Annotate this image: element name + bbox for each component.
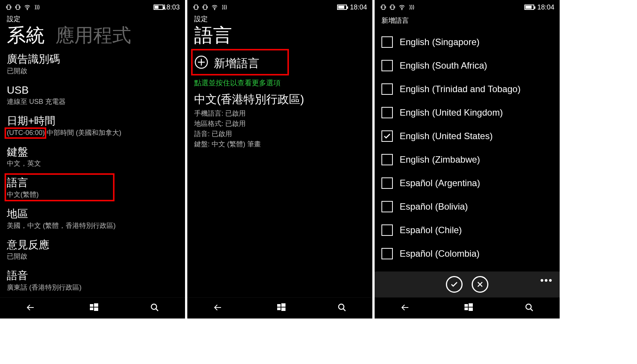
checkbox[interactable] [381,83,393,95]
svg-point-10 [214,9,215,10]
more-icon[interactable]: ••• [540,275,553,286]
svg-point-2 [27,9,28,10]
wifi-icon [398,4,406,11]
vibrate-icon [14,4,21,11]
svg-rect-12 [277,304,281,307]
item-speech[interactable]: 語音 廣東話 (香港特別行政區) [7,269,178,292]
tab-system[interactable]: 系統 [7,25,45,46]
wifi-icon [211,4,218,11]
start-icon[interactable] [464,303,474,314]
language-label: English (United States) [400,131,493,141]
svg-rect-15 [281,308,286,311]
svg-point-24 [526,304,531,309]
pivot-tabs: 系統 應用程式 [7,25,178,46]
plus-circle-icon [194,55,209,72]
checkbox[interactable] [381,130,393,142]
search-icon[interactable] [524,303,534,314]
language-option[interactable]: Español (Argentina) [381,171,553,195]
search-icon[interactable] [150,303,160,314]
status-bar: 18:04 [187,0,372,13]
svg-rect-18 [391,5,394,9]
checkbox[interactable] [381,154,393,165]
start-icon[interactable] [89,303,99,314]
svg-rect-14 [277,308,281,310]
screen-settings-system: 18:03 設定 系統 應用程式 廣告識別碼 已開啟 USB 連線至 USB 充… [0,0,185,318]
language-label: English (Trinidad and Tobago) [400,84,521,94]
language-option[interactable]: English (South Africa) [381,54,553,77]
nfc-icon [408,4,415,11]
language-option[interactable]: Español (Chile) [381,218,553,242]
checkbox[interactable] [381,36,393,48]
svg-rect-23 [469,308,473,311]
language-label: Español (Bolivia) [400,201,468,212]
svg-rect-6 [94,308,98,311]
language-option[interactable]: English (Trinidad and Tobago) [381,77,553,101]
item-ad-id[interactable]: 廣告識別碼 已開啟 [7,53,178,75]
cancel-button[interactable] [472,276,488,293]
vibrate-icon [202,4,209,11]
language-label: English (South Africa) [400,60,487,71]
vibrate-icon [193,4,199,11]
status-bar: 18:04 [375,0,560,13]
confirm-button[interactable] [446,276,463,293]
svg-rect-13 [281,303,286,307]
screen-add-language: 18:04 新增語言 English (Singapore)English (S… [375,0,560,318]
svg-point-19 [402,9,402,10]
language-option[interactable]: Español (Bolivia) [381,195,553,218]
battery-icon [524,5,534,10]
checkbox[interactable] [381,177,393,189]
add-language-button[interactable]: 新增語言 [194,53,366,76]
nav-bar [375,297,560,318]
current-language-details: 手機語言: 已啟用 地區格式: 已啟用 語音: 已啟用 鍵盤: 中文 (繁體) … [194,108,366,149]
checkbox[interactable] [381,248,393,259]
nfc-icon [221,4,228,11]
svg-point-7 [151,304,157,309]
item-region[interactable]: 地區 美國，中文 (繁體，香港特別行政區) [7,207,178,230]
start-icon[interactable] [276,303,286,314]
item-datetime[interactable]: 日期+時間 (UTC-06:00) 中部時間 (美國和加拿大) [7,115,178,137]
current-language[interactable]: 中文(香港特別行政區) 手機語言: 已啟用 地區格式: 已啟用 語音: 已啟用 … [194,93,366,149]
item-keyboard[interactable]: 鍵盤 中文，英文 [7,146,178,168]
back-icon[interactable] [25,303,38,314]
svg-rect-22 [464,308,468,310]
status-bar: 18:03 [0,0,185,13]
item-language[interactable]: 語言 中文(繁體) [7,176,178,199]
language-label: English (United Kingdom) [400,107,503,118]
vibrate-icon [389,4,396,11]
page-title: 語言 [194,25,366,46]
wifi-icon [24,4,31,11]
checkbox[interactable] [381,224,393,236]
svg-point-16 [339,304,344,309]
vibrate-icon [380,4,387,11]
svg-rect-17 [382,5,385,9]
search-icon[interactable] [337,303,347,314]
item-feedback[interactable]: 意見反應 已開啟 [7,238,178,261]
language-option[interactable]: English (Zimbabwe) [381,148,553,171]
svg-rect-0 [7,5,10,9]
svg-rect-9 [204,5,207,9]
clock: 18:04 [537,3,554,11]
language-label: English (Zimbabwe) [400,154,480,165]
svg-rect-21 [469,303,473,307]
battery-charging-icon [154,5,160,10]
back-icon[interactable] [213,303,226,314]
back-icon[interactable] [400,303,413,314]
svg-rect-5 [90,308,93,310]
language-option[interactable]: English (United Kingdom) [381,101,553,124]
language-option[interactable]: English (Singapore) [381,30,553,54]
language-option[interactable]: English (United States) [381,124,553,148]
language-label: Español (Argentina) [400,178,480,188]
language-label: English (Singapore) [400,37,480,47]
checkbox[interactable] [381,107,393,118]
nfc-icon [33,4,40,11]
checkbox[interactable] [381,60,393,71]
svg-rect-1 [16,5,19,9]
language-label: Español (Colombia) [400,248,480,259]
nav-bar [0,297,185,318]
tab-apps[interactable]: 應用程式 [55,25,131,46]
app-bar: ••• [375,271,560,297]
page-header: 設定 [7,14,178,24]
language-option[interactable]: Español (Colombia) [381,242,553,265]
item-usb[interactable]: USB 連線至 USB 充電器 [7,84,178,107]
checkbox[interactable] [381,201,393,212]
